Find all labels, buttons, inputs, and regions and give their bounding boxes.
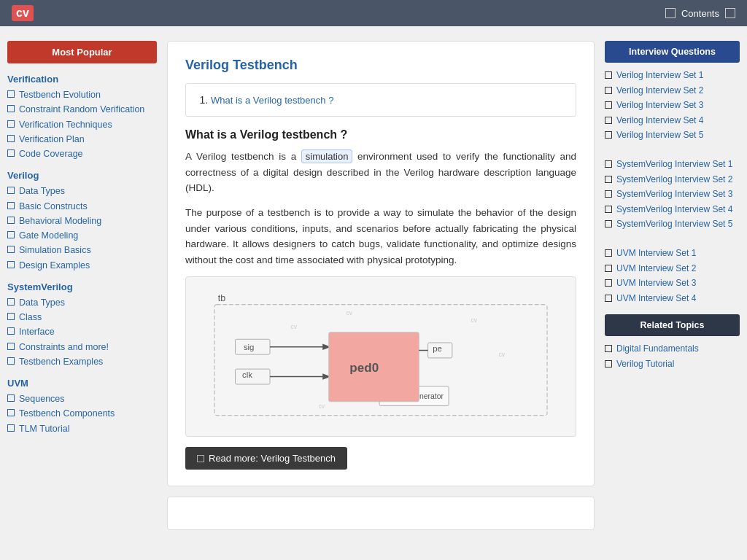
- checkbox-icon: [605, 160, 612, 168]
- content-card-testbench: Verilog Testbench What is a Verilog test…: [167, 41, 595, 486]
- right-item-verilog-tutorial[interactable]: Verilog Tutorial: [605, 359, 740, 370]
- right-item-uvm-set-4[interactable]: UVM Interview Set 4: [605, 293, 740, 305]
- sidebar-category-verification: Verification Testbench Evolution Constra…: [7, 74, 157, 160]
- sidebar-category-systemverilog: SystemVerilog Data Types Class Interface…: [7, 281, 157, 368]
- right-item-verilog-set-2[interactable]: Verilog Interview Set 2: [605, 85, 740, 97]
- read-more-icon: [197, 455, 204, 462]
- right-item-sv-set-5[interactable]: SystemVerilog Interview Set 5: [605, 219, 740, 230]
- checkbox-icon: [605, 71, 612, 79]
- svg-text:clk: clk: [242, 370, 252, 379]
- checkbox-icon: [605, 220, 612, 228]
- topbar-right: Contents: [665, 8, 735, 19]
- sidebar-item-testbench-examples[interactable]: Testbench Examples: [7, 356, 157, 368]
- sidebar-item-behavioral-modeling[interactable]: Behavioral Modeling: [7, 215, 157, 227]
- page-wrapper: Most Popular Verification Testbench Evol…: [0, 26, 747, 560]
- checkbox-icon: [605, 206, 612, 213]
- body-para-2: The purpose of a testbench is to provide…: [185, 205, 576, 268]
- read-more-button[interactable]: Read more: Verilog Testbench: [185, 447, 347, 470]
- svg-text:cv: cv: [319, 403, 325, 411]
- read-more-label: Read more: Verilog Testbench: [209, 453, 336, 464]
- sidebar-item-data-types[interactable]: Data Types: [7, 185, 157, 197]
- checkbox-icon: [7, 120, 15, 128]
- checkbox-icon: [7, 357, 15, 365]
- checkbox-icon: [7, 298, 15, 306]
- diagram-svg: tb sig clk Clock generator: [196, 287, 565, 426]
- right-item-sv-set-3[interactable]: SystemVerilog Interview Set 3: [605, 189, 740, 201]
- category-title-verilog: Verilog: [7, 170, 157, 181]
- contents-label[interactable]: Contents: [681, 8, 719, 19]
- checkbox-icon: [7, 409, 15, 416]
- svg-text:sig: sig: [244, 343, 255, 351]
- right-item-sv-set-2[interactable]: SystemVerilog Interview Set 2: [605, 174, 740, 186]
- diagram-container: tb sig clk Clock generator: [185, 276, 576, 437]
- sidebar-item-testbench-evolution[interactable]: Testbench Evolution: [7, 89, 157, 101]
- category-title-uvm: UVM: [7, 378, 157, 389]
- checkbox-icon: [605, 101, 612, 109]
- sidebar-item-sv-data-types[interactable]: Data Types: [7, 297, 157, 308]
- checkbox-icon: [605, 279, 612, 287]
- checkbox-icon: [7, 231, 15, 238]
- section-heading: What is a Verilog testbench ?: [185, 128, 576, 141]
- checkbox-icon: [7, 424, 15, 432]
- sidebar-item-gate-modeling[interactable]: Gate Modeling: [7, 230, 157, 241]
- checkbox-icon: [7, 105, 15, 112]
- right-item-verilog-set-5[interactable]: Verilog Interview Set 5: [605, 130, 740, 141]
- sidebar-item-design-examples[interactable]: Design Examples: [7, 260, 157, 271]
- checkbox-icon: [7, 90, 15, 98]
- checkbox-icon: [7, 313, 15, 320]
- svg-text:cv: cv: [347, 309, 353, 316]
- content-title: Verilog Testbench: [185, 58, 576, 73]
- checkbox-icon: [605, 295, 612, 302]
- sidebar-item-constraint-random[interactable]: Constraint Random Verification: [7, 104, 157, 115]
- sidebar-item-simulation-basics[interactable]: Simulation Basics: [7, 244, 157, 256]
- checkbox-icon: [605, 117, 612, 124]
- sidebar-item-tlm-tutorial[interactable]: TLM Tutorial: [7, 423, 157, 435]
- sidebar-right: Interview Questions Verilog Interview Se…: [605, 41, 740, 545]
- right-item-uvm-set-3[interactable]: UVM Interview Set 3: [605, 278, 740, 289]
- sidebar-item-code-coverage[interactable]: Code Coverage: [7, 148, 157, 160]
- svg-text:cv: cv: [499, 351, 506, 358]
- sidebar-item-sequences[interactable]: Sequences: [7, 393, 157, 405]
- sidebar-item-verification-plan[interactable]: Verification Plan: [7, 133, 157, 145]
- right-item-sv-set-4[interactable]: SystemVerilog Interview Set 4: [605, 204, 740, 216]
- svg-text:cv: cv: [471, 316, 478, 324]
- right-item-sv-set-1[interactable]: SystemVerilog Interview Set 1: [605, 159, 740, 171]
- checkbox-icon: [7, 217, 15, 224]
- sidebar-item-basic-constructs[interactable]: Basic Constructs: [7, 201, 157, 212]
- logo[interactable]: cv: [12, 5, 34, 21]
- window-icon[interactable]: [665, 8, 676, 18]
- checkbox-icon: [605, 190, 612, 198]
- checkbox-icon: [7, 343, 15, 350]
- checkbox-icon: [7, 394, 15, 402]
- sidebar-item-verification-techniques[interactable]: Verification Techniques: [7, 119, 157, 131]
- right-item-uvm-set-2[interactable]: UVM Interview Set 2: [605, 263, 740, 275]
- right-item-digital-fundamentals[interactable]: Digital Fundamentals: [605, 343, 740, 355]
- checkbox-icon: [605, 265, 612, 272]
- checkbox-icon: [605, 345, 612, 352]
- contents-icon[interactable]: [725, 8, 735, 18]
- most-popular-header: Most Popular: [7, 41, 157, 63]
- right-item-verilog-set-3[interactable]: Verilog Interview Set 3: [605, 100, 740, 112]
- sidebar-category-uvm: UVM Sequences Testbench Components TLM T…: [7, 378, 157, 435]
- uvm-interview-group: UVM Interview Set 1 UVM Interview Set 2 …: [605, 248, 740, 304]
- right-item-uvm-set-1[interactable]: UVM Interview Set 1: [605, 248, 740, 260]
- para1-before: A Verilog testbench is a: [185, 151, 296, 162]
- main-content: Verilog Testbench What is a Verilog test…: [167, 41, 595, 545]
- sidebar-item-class[interactable]: Class: [7, 311, 157, 323]
- toc-link-1[interactable]: What is a Verilog testbench ?: [211, 95, 333, 106]
- checkbox-icon: [605, 131, 612, 139]
- sidebar-left: Most Popular Verification Testbench Evol…: [7, 41, 157, 545]
- svg-text:pe: pe: [433, 345, 442, 354]
- interview-questions-header: Interview Questions: [605, 41, 740, 63]
- checkbox-icon: [7, 202, 15, 209]
- right-item-verilog-set-4[interactable]: Verilog Interview Set 4: [605, 115, 740, 127]
- right-item-verilog-set-1[interactable]: Verilog Interview Set 1: [605, 70, 740, 82]
- sidebar-item-testbench-components[interactable]: Testbench Components: [7, 408, 157, 419]
- sidebar-item-constraints-more[interactable]: Constraints and more!: [7, 341, 157, 353]
- toc-item-1[interactable]: What is a Verilog testbench ?: [211, 94, 564, 106]
- sidebar-item-interface[interactable]: Interface: [7, 326, 157, 338]
- toc-box: What is a Verilog testbench ?: [185, 83, 576, 117]
- checkbox-icon: [605, 87, 612, 94]
- topbar: cv Contents: [0, 0, 747, 26]
- checkbox-icon: [605, 176, 612, 183]
